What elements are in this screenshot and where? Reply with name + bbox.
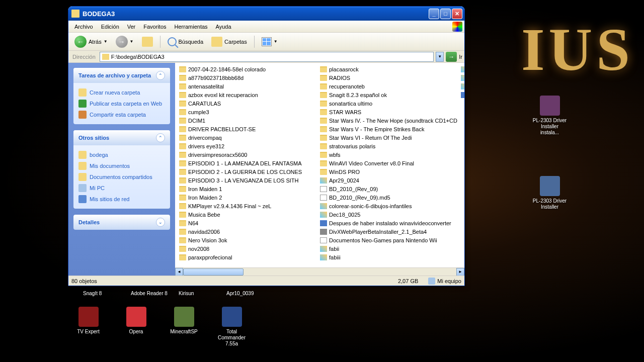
panel-header[interactable]: Detalles ⌄ (73, 215, 170, 230)
file-item[interactable]: EPISODIO 3 - LA VENGANZA DE LOS SITH (177, 176, 318, 185)
file-item[interactable]: KMPlayer v2.9.4.1436 Final ~ zeL (177, 202, 318, 210)
file-item[interactable]: driversimpresoracx5600 (177, 150, 318, 159)
views-button[interactable]: ▼ (259, 36, 281, 48)
file-item[interactable]: HDD Wii Instrucciones (459, 90, 464, 99)
place-link[interactable]: Mi PC (78, 183, 165, 194)
file-list[interactable]: 2007-04-22-1846-58el coloradoa877b902371… (175, 63, 464, 267)
go-label: Ir (459, 54, 462, 60)
up-button[interactable] (139, 35, 156, 48)
file-item[interactable]: a877b9023718bbb68d (177, 73, 318, 82)
file-item[interactable]: Dec18_0025 (318, 210, 459, 219)
menu-edicion[interactable]: Edición (97, 22, 123, 31)
file-item[interactable]: fabii (318, 244, 459, 253)
file-item[interactable]: stratovarius polaris (318, 142, 459, 150)
file-item[interactable]: Iron Maiden 2 (177, 193, 318, 202)
file-item[interactable]: fabiii (318, 253, 459, 261)
file-item[interactable]: BD_2010_(Rev_09).md5 (318, 193, 459, 202)
file-item[interactable]: RADIOS (318, 73, 459, 82)
file-item[interactable]: BD_2010_(Rev_09) (318, 185, 459, 193)
file-item[interactable]: Nero Vision 3ok (177, 236, 318, 244)
file-item[interactable]: Documentos Neo-Games para Nintendo Wii (318, 236, 459, 244)
desktop-shortcut[interactable]: Total Commander 7.55a (213, 307, 251, 347)
file-item[interactable]: DRIVER PACBELLDOT-SE (177, 125, 318, 133)
file-item[interactable]: antenasatelital (177, 82, 318, 90)
place-link[interactable]: Documentos compartidos (78, 171, 165, 183)
file-item[interactable]: cumple3 (177, 108, 318, 116)
place-link[interactable]: bodega (78, 149, 165, 160)
desktop-label[interactable]: Apr10_0039 (226, 291, 254, 296)
file-item[interactable]: drivercompaq (177, 133, 318, 142)
back-button[interactable]: ←Atrás▼ (71, 34, 111, 49)
file-item[interactable]: azbox evoxl kit recuperacion (177, 90, 318, 99)
search-button[interactable]: Búsqueda (165, 36, 207, 48)
address-input[interactable]: F:\bodega\BODEGA3 (100, 52, 434, 62)
file-item[interactable]: N64 (177, 219, 318, 227)
panel-header[interactable]: Tareas de archivo y carpeta ⌃ (73, 68, 170, 83)
file-item[interactable]: CARATULAS (177, 99, 318, 108)
go-button[interactable]: → (446, 52, 457, 62)
file-item[interactable]: sonatartica ultimo (318, 99, 459, 108)
folder-icon (179, 118, 186, 124)
file-item[interactable]: wbfs (318, 150, 459, 159)
file-item[interactable]: Star Wars IV. - The New Hope (soundtrack… (318, 116, 459, 125)
menu-archivo[interactable]: Archivo (70, 22, 97, 31)
file-item[interactable]: fabiiiiii (459, 65, 464, 73)
file-item[interactable]: nov2008 (177, 244, 318, 253)
file-item[interactable]: recuperanoteb (318, 82, 459, 90)
task-link[interactable]: Publicar esta carpeta en Web (78, 98, 165, 109)
file-item[interactable]: fabito (459, 73, 464, 82)
file-item[interactable]: EPISODIO 1 - LA AMENAZA DEL FANTASMA (177, 159, 318, 167)
file-item[interactable]: Apr29_0024 (318, 176, 459, 185)
horizontal-scrollbar[interactable]: ◄ ► (175, 267, 464, 276)
desktop-shortcut[interactable]: Opera (117, 307, 155, 335)
desktop-shortcut[interactable]: PL-2303 Driver Installer instala... (531, 96, 569, 136)
task-link[interactable]: Compartir esta carpeta (78, 109, 165, 120)
file-item[interactable]: EPISODIO 2 - LA GUERRA DE LOS CLONES (177, 167, 318, 176)
address-dropdown[interactable]: ▼ (436, 52, 444, 62)
collapse-icon[interactable]: ⌃ (156, 71, 165, 80)
expand-icon[interactable]: ⌄ (156, 218, 165, 227)
file-item[interactable]: drivers eye312 (177, 142, 318, 150)
desktop-label[interactable]: SnagIt 8 (83, 291, 102, 296)
minimize-button[interactable]: _ (429, 9, 439, 19)
file-item[interactable]: Iron Maiden 1 (177, 185, 318, 193)
file-item[interactable]: Star Wars VI - Return Of The Jedi (318, 133, 459, 142)
file-item[interactable]: DivXWebPlayerBetaInstaller_2.1_Beta4 (318, 227, 459, 236)
close-button[interactable]: ✕ (452, 9, 462, 19)
task-link[interactable]: Crear nueva carpeta (78, 87, 165, 98)
scroll-left-icon[interactable]: ◄ (175, 268, 183, 276)
file-item[interactable]: Snagit 8.2.3 español ok (318, 90, 459, 99)
maximize-button[interactable]: □ (440, 9, 451, 19)
place-link[interactable]: Mis documentos (78, 160, 165, 171)
collapse-icon[interactable]: ⌃ (156, 133, 165, 142)
file-item[interactable]: navidad2006 (177, 227, 318, 236)
file-item[interactable]: placaasrock (318, 65, 459, 73)
desktop-shortcut[interactable]: MinecraftSP (165, 307, 203, 335)
file-item[interactable]: 2007-04-22-1846-58el colorado (177, 65, 318, 73)
menu-ver[interactable]: Ver (123, 22, 140, 31)
file-item[interactable]: faby (459, 82, 464, 90)
scroll-right-icon[interactable]: ► (456, 268, 464, 276)
desktop-shortcut[interactable]: PL-2303 Driver Installer (531, 176, 569, 210)
file-item[interactable]: Musica Bebe (177, 210, 318, 219)
desktop-shortcut[interactable]: TV Expert (69, 307, 107, 335)
file-item[interactable]: WinAVI Video Converter v8.0 Final (318, 159, 459, 167)
file-item[interactable]: paraxpprofecional (177, 253, 318, 261)
desktop-label[interactable]: Adobe Reader 8 (131, 291, 168, 296)
file-item[interactable]: WinDS PRO (318, 167, 459, 176)
file-item[interactable]: colorear-sonic-6-dibujos-infantiles (318, 202, 459, 210)
file-item[interactable]: STAR WARS (318, 108, 459, 116)
menu-herramientas[interactable]: Herramientas (171, 22, 212, 31)
menu-favoritos[interactable]: Favoritos (139, 22, 170, 31)
place-link[interactable]: Mis sitios de red (78, 194, 165, 205)
forward-button[interactable]: →▼ (113, 34, 137, 49)
desktop-label[interactable]: Kirisun (179, 291, 194, 296)
titlebar[interactable]: BODEGA3 _ □ ✕ (68, 7, 464, 21)
folders-button[interactable]: Carpetas (208, 35, 250, 48)
panel-header[interactable]: Otros sitios ⌃ (73, 130, 170, 145)
scroll-thumb[interactable] (183, 268, 244, 276)
file-item[interactable]: DCIM1 (177, 116, 318, 125)
file-item[interactable]: Despues de haber instalado winavivideoco… (318, 219, 459, 227)
file-item[interactable]: Star Wars V - The Empire Strikes Back (318, 125, 459, 133)
menu-ayuda[interactable]: Ayuda (212, 22, 235, 31)
